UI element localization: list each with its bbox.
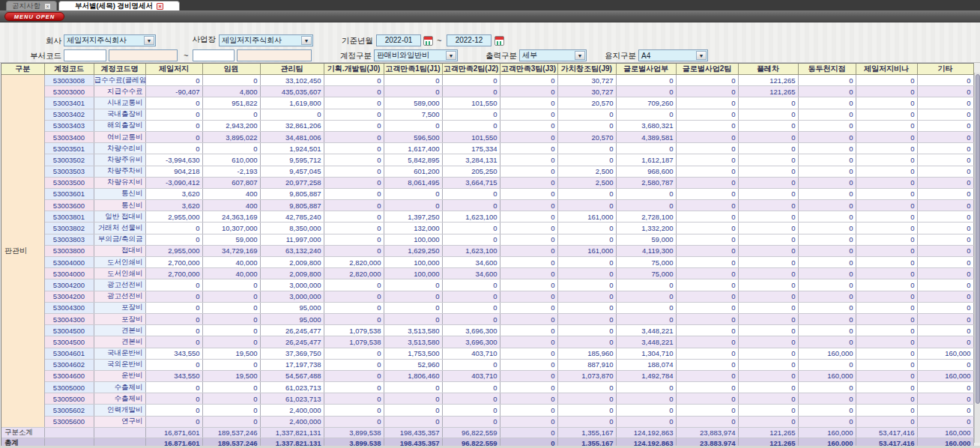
account-code-cell[interactable]: 53003801 xyxy=(44,211,94,223)
amount-cell[interactable]: 0 xyxy=(324,200,384,211)
amount-cell[interactable]: 0 xyxy=(738,177,798,188)
account-code-cell[interactable]: 53004500 xyxy=(44,325,94,336)
tab-close-icon[interactable]: × xyxy=(44,3,51,10)
amount-cell[interactable]: 0 xyxy=(500,97,557,109)
amount-cell[interactable]: 0 xyxy=(917,131,973,142)
amount-cell[interactable]: 0 xyxy=(738,234,798,245)
amount-cell[interactable]: 52,960 xyxy=(384,359,442,370)
account-name-cell[interactable]: 접대비 xyxy=(94,245,145,256)
account-name-cell[interactable]: 시내교통비 xyxy=(94,97,145,109)
table-row[interactable]: 53004601국내운반비343,55019,50037,369,75001,7… xyxy=(1,348,973,359)
amount-cell[interactable]: 0 xyxy=(676,302,738,313)
table-row[interactable]: 53003601통신비3,6204009,805,88700000000000 xyxy=(1,188,973,199)
amount-cell[interactable]: 0 xyxy=(917,188,973,199)
amount-cell[interactable]: 0 xyxy=(738,393,798,405)
table-row[interactable]: 53005000수출제비0061,023,71300000000000 xyxy=(1,393,973,405)
amount-cell[interactable]: 0 xyxy=(324,97,384,109)
amount-cell[interactable]: 589,000 xyxy=(384,97,442,109)
amount-cell[interactable]: 0 xyxy=(798,143,856,154)
amount-cell[interactable]: 61,023,713 xyxy=(260,393,324,405)
account-code-cell[interactable]: 53003008 xyxy=(44,75,94,86)
amount-cell[interactable]: 0 xyxy=(676,393,738,405)
amount-cell[interactable]: 0 xyxy=(616,382,676,393)
amount-cell[interactable]: 0 xyxy=(917,166,973,177)
column-header[interactable]: 임원 xyxy=(202,64,260,75)
amount-cell[interactable]: 0 xyxy=(798,382,856,393)
amount-cell[interactable]: 0 xyxy=(202,359,260,370)
amount-cell[interactable]: 0 xyxy=(856,211,917,223)
amount-cell[interactable]: 2,580,787 xyxy=(616,177,676,188)
amount-cell[interactable]: 2,009,800 xyxy=(260,257,324,268)
amount-cell[interactable]: 4,389,581 xyxy=(616,131,676,142)
amount-cell[interactable]: 0 xyxy=(324,177,384,188)
amount-cell[interactable]: 0 xyxy=(500,325,557,336)
account-code-cell[interactable]: 53003600 xyxy=(44,200,94,211)
account-name-cell[interactable]: 견본비 xyxy=(94,325,145,336)
account-code-cell[interactable]: 53004602 xyxy=(44,359,94,370)
amount-cell[interactable]: 0 xyxy=(676,359,738,370)
amount-cell[interactable]: 0 xyxy=(676,313,738,324)
amount-cell[interactable]: 0 xyxy=(738,211,798,223)
amount-cell[interactable]: 0 xyxy=(500,257,557,268)
amount-cell[interactable]: 0 xyxy=(500,393,557,405)
amount-cell[interactable]: 0 xyxy=(557,291,616,302)
amount-cell[interactable]: 0 xyxy=(500,359,557,370)
amount-cell[interactable]: 0 xyxy=(738,223,798,234)
table-row[interactable]: 53003501차량수리비001,924,50101,617,400175,33… xyxy=(1,143,973,154)
amount-cell[interactable]: 1,617,400 xyxy=(384,143,442,154)
account-name-cell[interactable]: 거래처 선물비 xyxy=(94,223,145,234)
amount-cell[interactable]: 161,000 xyxy=(557,245,616,256)
amount-cell[interactable]: 0 xyxy=(500,211,557,223)
amount-cell[interactable]: 0 xyxy=(145,279,202,291)
amount-cell[interactable]: 0 xyxy=(500,268,557,279)
table-row[interactable]: 53003600통신비3,6204009,805,88700000000000 xyxy=(1,200,973,211)
amount-cell[interactable]: 0 xyxy=(917,359,973,370)
amount-cell[interactable]: 0 xyxy=(856,97,917,109)
amount-cell[interactable]: 3,895,022 xyxy=(202,131,260,142)
amount-cell[interactable]: 1,397,250 xyxy=(384,211,442,223)
amount-cell[interactable]: 0 xyxy=(442,313,500,324)
amount-cell[interactable]: 0 xyxy=(384,279,442,291)
amount-cell[interactable]: 0 xyxy=(324,405,384,416)
amount-cell[interactable]: 0 xyxy=(738,268,798,279)
amount-cell[interactable]: 0 xyxy=(384,75,442,86)
amount-cell[interactable]: 0 xyxy=(202,75,260,86)
account-name-cell[interactable]: 수출제비 xyxy=(94,393,145,405)
amount-cell[interactable]: 343,550 xyxy=(145,370,202,381)
column-header[interactable]: 계정코드 xyxy=(44,64,94,75)
column-header[interactable]: 제일저지 xyxy=(145,64,202,75)
amount-cell[interactable]: 0 xyxy=(917,291,973,302)
amount-cell[interactable]: 205,250 xyxy=(442,166,500,177)
amount-cell[interactable]: 3,513,580 xyxy=(384,325,442,336)
amount-cell[interactable]: 0 xyxy=(738,302,798,313)
amount-cell[interactable]: 3,284,131 xyxy=(442,154,500,166)
amount-cell[interactable]: 0 xyxy=(856,109,917,120)
amount-cell[interactable]: 0 xyxy=(384,302,442,313)
amount-cell[interactable]: 0 xyxy=(798,188,856,199)
amount-cell[interactable]: 0 xyxy=(676,370,738,381)
amount-cell[interactable]: 0 xyxy=(917,268,973,279)
amount-cell[interactable]: 0 xyxy=(856,86,917,97)
amount-cell[interactable]: 26,245,477 xyxy=(260,325,324,336)
period-to-input[interactable]: 2022-12 xyxy=(447,34,491,46)
amount-cell[interactable]: 0 xyxy=(856,154,917,166)
amount-cell[interactable]: 0 xyxy=(145,120,202,131)
amount-cell[interactable]: 0 xyxy=(798,200,856,211)
amount-cell[interactable]: 0 xyxy=(324,143,384,154)
amount-cell[interactable]: 0 xyxy=(324,302,384,313)
amount-cell[interactable]: 0 xyxy=(616,200,676,211)
amount-cell[interactable]: 0 xyxy=(500,336,557,348)
amount-cell[interactable]: 0 xyxy=(738,154,798,166)
account-name-cell[interactable]: 지급수수료 xyxy=(94,86,145,97)
amount-cell[interactable]: 0 xyxy=(442,405,500,416)
amount-cell[interactable]: 3,448,221 xyxy=(616,336,676,348)
amount-cell[interactable]: 0 xyxy=(676,325,738,336)
amount-cell[interactable]: 8,350,000 xyxy=(260,223,324,234)
amount-cell[interactable]: 0 xyxy=(442,416,500,427)
amount-cell[interactable]: 0 xyxy=(324,234,384,245)
amount-cell[interactable]: 9,805,887 xyxy=(260,200,324,211)
amount-cell[interactable]: 343,550 xyxy=(145,348,202,359)
amount-cell[interactable]: 0 xyxy=(738,313,798,324)
amount-cell[interactable]: -3,090,412 xyxy=(145,177,202,188)
amount-cell[interactable]: 132,000 xyxy=(384,223,442,234)
